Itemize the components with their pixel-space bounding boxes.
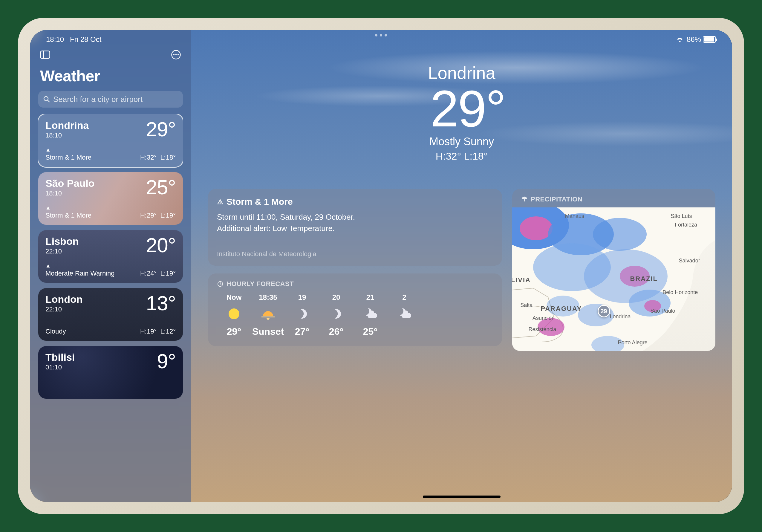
map-location-pin[interactable]: 29 bbox=[598, 305, 610, 317]
search-input[interactable]: Search for a city or airport bbox=[38, 91, 183, 108]
svg-rect-9 bbox=[220, 203, 220, 204]
city-card-lisbon[interactable]: Lisbon22:1020°▲Moderate Rain WarningH:24… bbox=[38, 230, 183, 283]
weather-icon-moon bbox=[297, 307, 307, 321]
city-temp: 29° bbox=[146, 120, 176, 138]
city-card-sopaulo[interactable]: São Paulo18:1025°▲Storm & 1 MoreH:29° L:… bbox=[38, 172, 183, 225]
city-temp: 9° bbox=[157, 352, 176, 370]
city-hi-lo bbox=[172, 386, 176, 393]
screen: 18:10 Fri 28 Oct 86% Weather Search f bbox=[30, 30, 732, 502]
city-name: Lisbon bbox=[45, 236, 79, 247]
warning-icon bbox=[217, 198, 223, 205]
wifi-icon bbox=[676, 37, 684, 42]
hour-item: Now29° bbox=[217, 293, 251, 337]
city-card-tbilisi[interactable]: Tbilisi01:109° bbox=[38, 346, 183, 399]
map-label: Porto Alegre bbox=[618, 340, 648, 346]
precip-header: PRECIPITATION bbox=[512, 195, 716, 203]
alert-body: Storm until 11:00, Saturday, 29 October.… bbox=[217, 212, 493, 234]
hour-label: 20 bbox=[332, 293, 341, 302]
hour-item: 18:35Sunset bbox=[251, 293, 285, 337]
hourly-header: HOURLY FORECAST bbox=[217, 280, 493, 288]
svg-rect-0 bbox=[40, 51, 50, 59]
svg-point-3 bbox=[173, 54, 175, 55]
home-indicator[interactable] bbox=[423, 495, 500, 498]
map-label: São Luís bbox=[670, 213, 692, 219]
status-time: 18:10 bbox=[46, 35, 64, 43]
hero-temp: 29° bbox=[203, 83, 732, 134]
hour-item: 1927° bbox=[285, 293, 319, 337]
alert-line-1: Storm until 11:00, Saturday, 29 October. bbox=[217, 212, 493, 223]
multitask-button[interactable] bbox=[375, 34, 387, 37]
city-name: Londrina bbox=[45, 120, 89, 131]
hour-value: Sunset bbox=[252, 326, 284, 337]
map-pin-city: Londrina bbox=[610, 314, 631, 320]
city-hi-lo: H:24° L:19° bbox=[140, 269, 176, 277]
main-content: Londrina 29° Mostly Sunny H:32° L:18° St… bbox=[191, 30, 732, 502]
svg-rect-8 bbox=[220, 201, 220, 203]
alert-line-2: Additional alert: Low Temperature. bbox=[217, 223, 493, 234]
map-label: Salta bbox=[520, 302, 532, 308]
city-time: 22:10 bbox=[45, 305, 83, 313]
city-list: Londrina18:1029°▲Storm & 1 MoreH:32° L:1… bbox=[38, 114, 183, 399]
warning-icon: ▲ bbox=[45, 205, 92, 210]
map-label: PARAGUAY bbox=[541, 305, 582, 313]
hero: Londrina 29° Mostly Sunny H:32° L:18° bbox=[191, 63, 732, 162]
city-temp: 13° bbox=[146, 294, 176, 312]
hour-value: 27° bbox=[295, 326, 309, 337]
umbrella-icon bbox=[521, 196, 528, 203]
city-hi-lo: H:32° L:18° bbox=[140, 154, 176, 161]
precip-title: PRECIPITATION bbox=[531, 195, 582, 203]
svg-point-4 bbox=[176, 54, 177, 55]
city-card-london[interactable]: London22:1013°CloudyH:19° L:12° bbox=[38, 288, 183, 341]
city-temp: 20° bbox=[146, 236, 176, 254]
alert-panel[interactable]: Storm & 1 More Storm until 11:00, Saturd… bbox=[208, 189, 502, 266]
weather-icon-moon-cloud bbox=[363, 307, 377, 321]
hourly-scroll[interactable]: Now29°18:35Sunset1927°2026°2125°2 bbox=[217, 293, 493, 337]
city-name: São Paulo bbox=[45, 178, 95, 189]
hour-value: 25° bbox=[363, 326, 377, 337]
map-label: Belo Horizonte bbox=[662, 289, 698, 296]
city-condition: ▲Storm & 1 More bbox=[45, 147, 92, 161]
hour-label: 19 bbox=[298, 293, 306, 302]
map-label: São Paulo bbox=[650, 308, 675, 314]
hour-label: 18:35 bbox=[259, 293, 277, 302]
map-label: Asunción bbox=[532, 315, 555, 321]
status-date: Fri 28 Oct bbox=[70, 35, 101, 43]
map-pin-value: 29 bbox=[600, 308, 607, 315]
sidebar-title: Weather bbox=[40, 67, 183, 85]
hour-item: 2026° bbox=[319, 293, 353, 337]
alert-source: Instituto Nacional de Meteorologia bbox=[217, 250, 493, 258]
map-label: BOLIVIA bbox=[512, 276, 531, 284]
precip-map[interactable]: 29 ManausSão LuísFortalezaSalvadorBRAZIL… bbox=[512, 207, 716, 351]
map-label: Manaus bbox=[565, 213, 584, 219]
city-time: 01:10 bbox=[45, 363, 75, 371]
precipitation-panel[interactable]: PRECIPITATION bbox=[512, 189, 716, 351]
city-time: 18:10 bbox=[45, 190, 95, 197]
map-label: Resistencia bbox=[528, 326, 556, 333]
city-hi-lo: H:29° L:19° bbox=[140, 212, 176, 219]
sidebar-toggle-icon[interactable] bbox=[40, 50, 50, 59]
battery-indicator: 86% bbox=[687, 35, 716, 43]
map-label: Fortaleza bbox=[675, 222, 697, 228]
hero-condition: Mostly Sunny bbox=[191, 135, 732, 148]
hourly-title: HOURLY FORECAST bbox=[226, 280, 294, 288]
warning-icon: ▲ bbox=[45, 147, 92, 152]
city-condition: ▲Storm & 1 More bbox=[45, 205, 92, 219]
hour-label: 2 bbox=[402, 293, 406, 302]
city-condition: ▲Moderate Rain Warning bbox=[45, 263, 115, 277]
alert-title: Storm & 1 More bbox=[226, 197, 293, 207]
battery-pct: 86% bbox=[687, 35, 701, 43]
city-name: London bbox=[45, 294, 83, 305]
status-right: 86% bbox=[676, 35, 716, 43]
more-options-icon[interactable] bbox=[171, 49, 181, 60]
city-card-londrina[interactable]: Londrina18:1029°▲Storm & 1 MoreH:32° L:1… bbox=[38, 114, 183, 167]
hour-label: 21 bbox=[366, 293, 374, 302]
weather-icon-moon bbox=[332, 307, 341, 321]
hourly-forecast-panel[interactable]: HOURLY FORECAST Now29°18:35Sunset1927°20… bbox=[208, 273, 502, 346]
svg-line-7 bbox=[47, 100, 49, 102]
search-icon bbox=[43, 96, 50, 103]
hour-value: 29° bbox=[227, 326, 241, 337]
svg-point-5 bbox=[178, 54, 179, 55]
hour-value: 26° bbox=[329, 326, 343, 337]
weather-icon-sunset bbox=[262, 307, 274, 321]
clock-icon bbox=[217, 281, 223, 287]
